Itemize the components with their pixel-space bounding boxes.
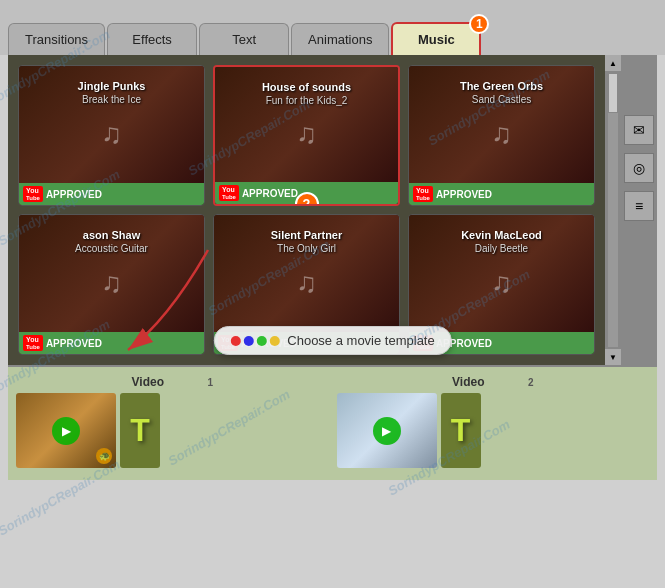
music-card-2[interactable]: House of sounds Fun for the Kids_2 ♫ You… [213, 65, 400, 206]
card2-title: House of sounds [215, 79, 398, 95]
music-note-icon: ♫ [101, 118, 122, 150]
dot-blue [243, 336, 253, 346]
approved-label: APPROVED [46, 189, 102, 200]
scroll-up-button[interactable]: ▲ [605, 55, 621, 71]
approved-label: APPROVED [46, 338, 102, 349]
video-section-1: Video 1 ▶ 🐢 T [16, 375, 329, 472]
video1-icon: 🐢 [96, 448, 112, 464]
approved-label: APPROVED [436, 189, 492, 200]
scroll-thumb[interactable] [608, 73, 618, 113]
music-grid: Jingle Punks Break the Ice ♫ YouTube APP… [8, 55, 605, 365]
card4-title: ason Shaw [19, 227, 204, 243]
music-note-icon: ♫ [491, 118, 512, 150]
tab-badge: 1 [469, 14, 489, 34]
dot-red [230, 336, 240, 346]
tooltip-bar[interactable]: Choose a movie template [213, 326, 451, 355]
video-section-2: Video 2 ▶ T [337, 375, 650, 472]
card1-title: Jingle Punks [19, 78, 204, 94]
youtube-logo: YouTube [413, 186, 433, 202]
card6-title: Kevin MacLeod [409, 227, 594, 243]
youtube-logo: YouTube [23, 335, 43, 351]
tooltip-dots [230, 336, 279, 346]
text-t-icon-2: T [451, 412, 471, 449]
email-icon[interactable]: ✉ [624, 115, 654, 145]
youtube-logo: YouTube [23, 186, 43, 202]
app-container: SorindypCRepair.Com SorindypCRepair.Com … [0, 0, 665, 588]
dot-green [256, 336, 266, 346]
text-t-icon: T [130, 412, 150, 449]
tab-transitions[interactable]: Transitions [8, 23, 105, 55]
card6-subtitle: Daily Beetle [409, 243, 594, 254]
tab-effects[interactable]: Effects [107, 23, 197, 55]
video2-content: ▶ T [337, 393, 650, 468]
timeline-area: Video 1 ▶ 🐢 T Video 2 ▶ [8, 365, 657, 480]
card5-subtitle: The Only Girl [214, 243, 399, 254]
scrollbar[interactable]: ▲ ▼ [605, 55, 621, 365]
tooltip-text: Choose a movie template [287, 333, 434, 348]
video2-label: Video 2 [337, 375, 650, 389]
card1-badge: YouTube APPROVED [19, 183, 204, 205]
music-card-1[interactable]: Jingle Punks Break the Ice ♫ YouTube APP… [18, 65, 205, 206]
card4-subtitle: Accoustic Guitar [19, 243, 204, 254]
dot-yellow [269, 336, 279, 346]
approved-label: APPROVED [242, 188, 298, 199]
tab-text[interactable]: Text [199, 23, 289, 55]
card2-subtitle: Fun for the Kids_2 [215, 95, 398, 106]
video1-label: Video 1 [16, 375, 329, 389]
video2-thumbnail[interactable]: ▶ [337, 393, 437, 468]
video1-thumbnail[interactable]: ▶ 🐢 [16, 393, 116, 468]
youtube-logo: YouTube [219, 185, 239, 201]
music-card-3[interactable]: The Green Orbs Sand Castles ♫ YouTube AP… [408, 65, 595, 206]
card3-title: The Green Orbs [409, 78, 594, 94]
music-card-4[interactable]: ason Shaw Accoustic Guitar ♫ YouTube APP… [18, 214, 205, 355]
video2-text-slot[interactable]: T [441, 393, 481, 468]
music-note-icon: ♫ [101, 267, 122, 299]
video1-play-button[interactable]: ▶ [52, 417, 80, 445]
music-note-icon: ♫ [296, 267, 317, 299]
scroll-down-button[interactable]: ▼ [605, 349, 621, 365]
tabs-bar: Transitions Effects Text Animations Musi… [0, 0, 665, 55]
video1-text-slot[interactable]: T [120, 393, 160, 468]
card3-badge: YouTube APPROVED [409, 183, 594, 205]
card1-subtitle: Break the Ice [19, 94, 204, 105]
card4-badge: YouTube APPROVED [19, 332, 204, 354]
music-note-icon: ♫ [296, 118, 317, 150]
circle-icon[interactable]: ◎ [624, 153, 654, 183]
tab-animations[interactable]: Animations [291, 23, 389, 55]
scroll-track [608, 73, 618, 347]
card5-title: Silent Partner [214, 227, 399, 243]
tab-music[interactable]: Music 1 [391, 22, 481, 55]
list-icon[interactable]: ≡ [624, 191, 654, 221]
main-content: Jingle Punks Break the Ice ♫ YouTube APP… [8, 55, 657, 365]
video2-play-button[interactable]: ▶ [373, 417, 401, 445]
sidebar-icons: ✉ ◎ ≡ [621, 55, 657, 365]
music-note-icon: ♫ [491, 267, 512, 299]
video1-content: ▶ 🐢 T [16, 393, 329, 468]
card3-subtitle: Sand Castles [409, 94, 594, 105]
